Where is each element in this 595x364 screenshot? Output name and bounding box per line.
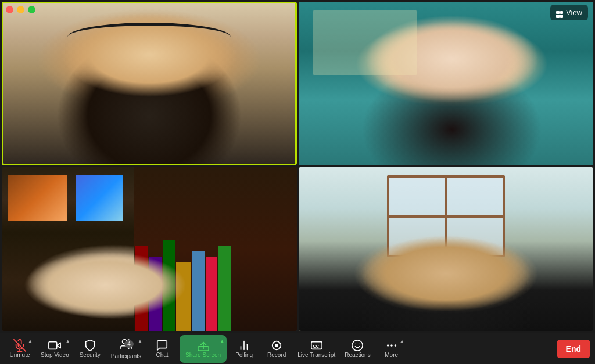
more-button[interactable]: ▲ More bbox=[377, 335, 407, 363]
reactions-button[interactable]: Reactions bbox=[341, 335, 374, 363]
more-chevron: ▲ bbox=[400, 338, 404, 344]
headphones-visual bbox=[67, 23, 231, 52]
window-curtain bbox=[313, 10, 417, 75]
view-button[interactable]: View bbox=[550, 5, 588, 20]
participants-icon-wrapper: 4 bbox=[120, 338, 132, 353]
polling-button[interactable]: Polling bbox=[229, 335, 259, 363]
minimize-button[interactable] bbox=[17, 6, 24, 13]
security-button[interactable]: Security bbox=[75, 335, 105, 363]
unmute-chevron: ▲ bbox=[28, 338, 33, 344]
video-cell-4 bbox=[299, 167, 594, 331]
reactions-label: Reactions bbox=[345, 352, 370, 358]
svg-point-12 bbox=[275, 344, 278, 347]
toolbar-left-group: ▲ Unmute ▲ Stop Video Security bbox=[5, 335, 407, 363]
record-label: Record bbox=[267, 352, 286, 358]
person-silhouette-4 bbox=[299, 167, 594, 331]
unmute-button[interactable]: ▲ Unmute bbox=[5, 335, 35, 363]
chat-icon bbox=[156, 339, 169, 352]
video-cell-2 bbox=[299, 2, 594, 165]
traffic-lights bbox=[6, 6, 35, 13]
video-cell-3 bbox=[2, 167, 297, 331]
view-label: View bbox=[566, 8, 582, 17]
polling-icon bbox=[238, 339, 250, 352]
security-label: Security bbox=[80, 352, 101, 358]
live-transcript-label: Live Transcript bbox=[298, 352, 335, 358]
grid-view-icon bbox=[556, 7, 563, 18]
person-silhouette-3 bbox=[2, 167, 297, 331]
maximize-button[interactable] bbox=[28, 6, 35, 13]
participants-chevron: ▲ bbox=[138, 338, 142, 344]
record-button[interactable]: Record bbox=[261, 335, 292, 363]
video-icon bbox=[48, 339, 61, 352]
chat-button[interactable]: Chat bbox=[147, 335, 177, 363]
mic-muted-icon bbox=[13, 339, 26, 352]
svg-marker-3 bbox=[57, 343, 60, 348]
share-screen-label: Share Screen bbox=[185, 352, 221, 358]
svg-point-20 bbox=[395, 345, 396, 346]
toolbar: ▲ Unmute ▲ Stop Video Security bbox=[0, 333, 595, 364]
cc-icon: CC bbox=[310, 339, 323, 352]
svg-point-18 bbox=[387, 345, 388, 346]
svg-rect-4 bbox=[49, 342, 57, 349]
more-label: More bbox=[385, 352, 398, 358]
svg-point-15 bbox=[352, 340, 363, 351]
record-icon bbox=[270, 339, 283, 352]
reactions-icon bbox=[351, 339, 364, 352]
share-screen-icon bbox=[197, 339, 210, 352]
close-button[interactable] bbox=[6, 6, 13, 13]
svg-point-19 bbox=[391, 345, 392, 346]
stop-video-chevron: ▲ bbox=[66, 338, 70, 344]
end-button[interactable]: End bbox=[557, 340, 590, 358]
stop-video-label: Stop Video bbox=[41, 352, 69, 358]
participant-count: 4 bbox=[124, 340, 134, 348]
top-bar: View bbox=[543, 0, 595, 25]
chat-label: Chat bbox=[156, 352, 168, 358]
stop-video-button[interactable]: ▲ Stop Video bbox=[37, 335, 73, 363]
share-screen-button[interactable]: ▲ Share Screen bbox=[180, 335, 227, 363]
participants-label: Participants bbox=[111, 353, 141, 359]
svg-text:CC: CC bbox=[313, 344, 319, 349]
live-transcript-button[interactable]: CC Live Transcript bbox=[294, 335, 339, 363]
video-grid bbox=[0, 0, 595, 333]
video-cell-1 bbox=[2, 2, 297, 165]
more-icon bbox=[385, 339, 398, 352]
participants-button[interactable]: ▲ 4 Participants bbox=[107, 335, 145, 363]
polling-label: Polling bbox=[235, 352, 253, 358]
unmute-label: Unmute bbox=[9, 352, 30, 358]
shield-icon bbox=[84, 339, 96, 352]
share-screen-chevron: ▲ bbox=[220, 338, 224, 344]
